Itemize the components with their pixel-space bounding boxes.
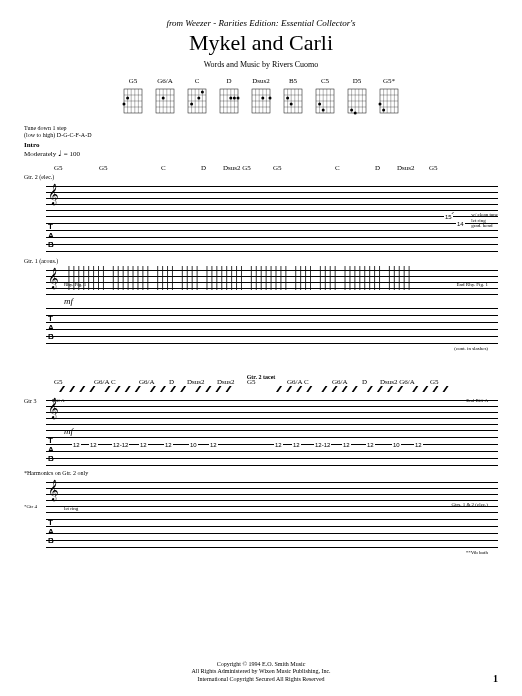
svg-point-80 [354, 112, 357, 115]
svg-point-59 [286, 97, 289, 100]
tab-staff: TAB *Gtr 4 **Vib both [24, 512, 498, 548]
guitar-1-label: Gtr. 1 (acous.) [24, 258, 498, 264]
notation-staff: 𝄞 mf [24, 396, 498, 428]
svg-point-50 [269, 97, 272, 100]
chord-diagram-row: G5 G6/A C D Dsus2 B5 C5 D5 [24, 77, 498, 115]
notation-staff: 𝄞 [24, 266, 498, 306]
tab-label: TAB [48, 436, 54, 463]
treble-clef-icon: 𝄞 [48, 184, 59, 205]
svg-point-89 [379, 103, 382, 106]
page-number: 1 [493, 673, 498, 684]
harm-note: *Harmonics on Gtr. 2 only [24, 470, 498, 476]
svg-point-9 [123, 103, 126, 106]
byline: Words and Music by Rivers Cuomo [24, 60, 498, 69]
svg-point-49 [261, 97, 264, 100]
svg-point-8 [126, 97, 129, 100]
let-ring: let ring [64, 506, 78, 511]
tempo-marking: Intro Moderately ♩ = 100 [24, 141, 498, 158]
copyright-footer: Copyright © 1994 E.O. Smith Music All Ri… [0, 661, 522, 684]
chord-diagram: D5 [346, 77, 368, 115]
from-line: from Weezer - Rarities Edition: Essentia… [24, 18, 498, 28]
treble-clef-icon: 𝄞 [48, 268, 59, 289]
svg-point-79 [350, 109, 353, 112]
chord-diagram: G6/A [154, 77, 176, 115]
svg-point-69 [318, 103, 321, 106]
tuning-note: Tune down 1 step (low to high) D-G-C-F-A… [24, 125, 498, 139]
chord-diagram: G5* [378, 77, 400, 115]
chord-diagram: G5 [122, 77, 144, 115]
vib-note: **Vib both [466, 550, 488, 555]
svg-point-38 [229, 97, 232, 100]
svg-point-27 [190, 103, 193, 106]
chord-diagram: B5 [282, 77, 304, 115]
chord-diagram: C5 [314, 77, 336, 115]
notation-staff: 𝄞 mf w/ clean tone let ring grad. bend [24, 182, 498, 214]
svg-point-70 [322, 109, 325, 112]
svg-point-28 [197, 97, 200, 100]
tacet-section: Gtr. 2 tacet [24, 374, 498, 380]
tacet-note: (cont. in slashes) [454, 346, 488, 351]
tab-label: TAB [48, 518, 54, 545]
treble-clef-icon: 𝄞 [48, 480, 59, 501]
svg-point-18 [162, 97, 165, 100]
notation-staff: 𝄞 let ring [24, 478, 498, 510]
tab-staff: TAB 15 14 [24, 216, 498, 252]
dynamic-mf: mf [64, 296, 73, 306]
svg-point-39 [233, 97, 236, 100]
gtr4-label: *Gtr 4 [24, 504, 37, 509]
guitar-2-label: Gtr. 2 (elec.) [24, 174, 498, 180]
svg-point-40 [237, 97, 240, 100]
svg-point-60 [290, 103, 293, 106]
tab-staff: TAB 12 12 12-12 12 12 10 12 12 12 12-12 … [24, 430, 498, 466]
dense-notation [64, 266, 488, 306]
system-2: Gtr. 2 tacet Riff A End Riff A Gtr 3 𝄞 m… [24, 374, 498, 548]
chord-row: G5 G5 C D Dsus2 G5 G5 C D Dsus2 G5 [24, 164, 498, 172]
system-1: Gtr. 2 (elec.) 𝄞 mf w/ clean tone let ri… [24, 174, 498, 344]
treble-clef-icon: 𝄞 [48, 398, 59, 419]
song-title: Mykel and Carli [24, 30, 498, 56]
tab-label: TAB [48, 314, 54, 341]
chord-diagram: D [218, 77, 240, 115]
svg-point-29 [201, 91, 204, 94]
svg-point-90 [382, 109, 385, 112]
tab-staff: TAB (cont. in slashes) [24, 308, 498, 344]
rhythm-slashes [54, 382, 498, 396]
sheet-header: from Weezer - Rarities Edition: Essentia… [24, 18, 498, 69]
chord-diagram: Dsus2 [250, 77, 272, 115]
chord-diagram: C [186, 77, 208, 115]
tab-label: TAB [48, 222, 54, 249]
